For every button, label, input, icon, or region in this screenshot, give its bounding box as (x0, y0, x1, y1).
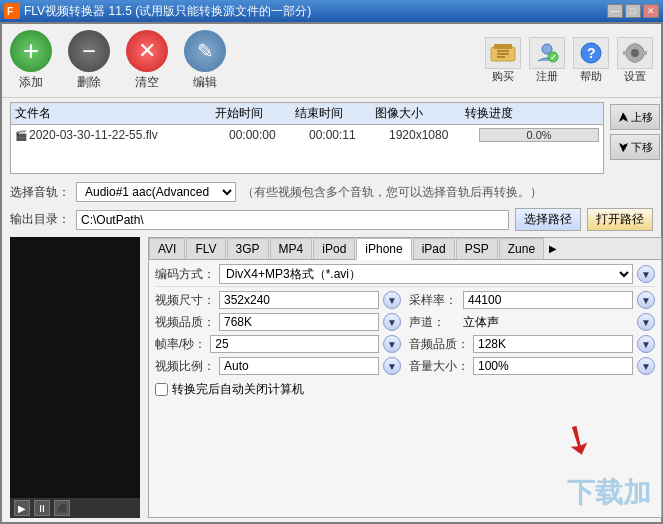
video-size-icon[interactable]: ▼ (383, 291, 401, 309)
sample-rate-row: 采样率： ▼ (409, 291, 655, 309)
file-progress: 0.0% (479, 128, 599, 142)
audio-quality-label: 音频品质： (409, 336, 469, 353)
settings-panel: AVIFLV3GPMP4iPodiPhoneiPadPSPZune▶ 编码方式：… (148, 237, 662, 518)
audio-channel-icon[interactable]: ▼ (637, 313, 655, 331)
tab-scroll-right-icon[interactable]: ▶ (545, 241, 561, 256)
add-button[interactable]: + 添加 (10, 30, 52, 91)
svg-point-13 (631, 49, 639, 57)
video-quality-label: 视频品质： (155, 314, 215, 331)
svg-rect-16 (623, 51, 627, 55)
volume-input[interactable] (473, 357, 633, 375)
output-label: 输出目录： (10, 211, 70, 228)
edit-icon: ✎ (184, 30, 226, 72)
sample-rate-input[interactable] (463, 291, 633, 309)
title-bar: F FLV视频转换器 11.5 (试用版只能转换源文件的一部分) — □ ✕ (0, 0, 663, 22)
format-tab-avi[interactable]: AVI (149, 238, 185, 259)
format-tab-3gp[interactable]: 3GP (227, 238, 269, 259)
volume-icon[interactable]: ▼ (637, 357, 655, 375)
open-path-button[interactable]: 打开路径 (587, 208, 653, 231)
format-tabs: AVIFLV3GPMP4iPodiPhoneiPadPSPZune▶ (149, 238, 661, 260)
video-size-label: 视频尺寸： (155, 292, 215, 309)
output-path-input[interactable] (76, 210, 509, 230)
col-progress-header: 转换进度 (465, 105, 599, 122)
auto-shutdown-checkbox[interactable] (155, 383, 168, 396)
encode-down-icon[interactable]: ▼ (637, 265, 655, 283)
format-tab-zune[interactable]: Zune (499, 238, 544, 259)
pause-button[interactable]: ⏸ (34, 500, 50, 516)
add-label: 添加 (19, 74, 43, 91)
file-list: 文件名 开始时间 结束时间 图像大小 转换进度 🎬 2020-03-30-11-… (10, 102, 604, 174)
file-icon: 🎬 (15, 130, 29, 141)
col-name-header: 文件名 (15, 105, 215, 122)
stop-button[interactable]: ⬛ (54, 500, 70, 516)
format-tab-flv[interactable]: FLV (186, 238, 225, 259)
audio-select[interactable]: Audio#1 aac(Advanced (76, 182, 236, 202)
select-path-button[interactable]: 选择路径 (515, 208, 581, 231)
col-end-header: 结束时间 (295, 105, 375, 122)
audio-hint: （有些视频包含多个音轨，您可以选择音轨后再转换。） (242, 184, 542, 201)
buy-label: 购买 (492, 69, 514, 84)
encode-row: 编码方式： DivX4+MP3格式（*.avi） ▼ (155, 264, 655, 287)
file-list-row[interactable]: 🎬 2020-03-30-11-22-55.flv 00:00:00 00:00… (11, 125, 603, 145)
format-tab-ipod[interactable]: iPod (313, 238, 355, 259)
audio-quality-input[interactable] (473, 335, 633, 353)
bottom-area: ▶ ⏸ ⬛ AVIFLV3GPMP4iPodiPhoneiPadPSPZune▶… (10, 237, 653, 518)
minimize-button[interactable]: — (607, 4, 623, 18)
window-title: FLV视频转换器 11.5 (试用版只能转换源文件的一部分) (24, 3, 607, 20)
move-down-label: 下移 (631, 140, 653, 155)
audio-label: 选择音轨： (10, 184, 70, 201)
col-start-header: 开始时间 (215, 105, 295, 122)
maximize-button[interactable]: □ (625, 4, 641, 18)
file-name: 2020-03-30-11-22-55.flv (29, 128, 229, 142)
audio-channel-label: 声道： (409, 314, 459, 331)
audio-channel-row: 声道： 立体声 ▼ (409, 313, 655, 331)
fps-input[interactable] (210, 335, 379, 353)
format-tab-psp[interactable]: PSP (456, 238, 498, 259)
file-list-rows: 🎬 2020-03-30-11-22-55.flv 00:00:00 00:00… (11, 125, 603, 173)
remove-label: 删除 (77, 74, 101, 91)
video-size-input[interactable] (219, 291, 379, 309)
auto-shutdown-label: 转换完后自动关闭计算机 (172, 381, 304, 398)
register-icon: ✓ (529, 37, 565, 69)
format-tab-ipad[interactable]: iPad (413, 238, 455, 259)
main-toolbar: + 添加 − 删除 ✕ 清空 ✎ 编辑 (2, 24, 661, 98)
video-quality-icon[interactable]: ▼ (383, 313, 401, 331)
fps-row: 帧率/秒： ▼ (155, 335, 401, 353)
move-up-button[interactable]: ⮝ 上移 (610, 104, 660, 130)
help-button[interactable]: ? 帮助 (573, 37, 609, 84)
aspect-input[interactable] (219, 357, 379, 375)
settings-button[interactable]: 设置 (617, 37, 653, 84)
edit-button[interactable]: ✎ 编辑 (184, 30, 226, 91)
encode-select[interactable]: DivX4+MP3格式（*.avi） (219, 264, 633, 284)
move-down-button[interactable]: ⮟ 下移 (610, 134, 660, 160)
chevron-down-icon: ⮟ (618, 141, 629, 153)
fps-icon[interactable]: ▼ (383, 335, 401, 353)
file-end: 00:00:11 (309, 128, 389, 142)
play-button[interactable]: ▶ (14, 500, 30, 516)
svg-rect-14 (633, 43, 637, 47)
buy-button[interactable]: 购买 (485, 37, 521, 84)
svg-rect-15 (633, 59, 637, 63)
format-tab-iphone[interactable]: iPhone (356, 238, 411, 260)
format-tab-mp4[interactable]: MP4 (270, 238, 313, 259)
sample-rate-icon[interactable]: ▼ (637, 291, 655, 309)
clear-button[interactable]: ✕ 清空 (126, 30, 168, 91)
window-controls: — □ ✕ (607, 4, 659, 18)
video-quality-row: 视频品质： ▼ (155, 313, 401, 331)
fps-label: 帧率/秒： (155, 336, 206, 353)
video-quality-input[interactable] (219, 313, 379, 331)
close-button[interactable]: ✕ (643, 4, 659, 18)
aspect-icon[interactable]: ▼ (383, 357, 401, 375)
audio-quality-icon[interactable]: ▼ (637, 335, 655, 353)
volume-label: 音量大小： (409, 358, 469, 375)
col-size-header: 图像大小 (375, 105, 465, 122)
clear-label: 清空 (135, 74, 159, 91)
svg-text:F: F (7, 6, 13, 17)
register-button[interactable]: ✓ 注册 (529, 37, 565, 84)
remove-icon: − (68, 30, 110, 72)
encode-label: 编码方式： (155, 266, 215, 283)
remove-button[interactable]: − 删除 (68, 30, 110, 91)
audio-track-row: 选择音轨： Audio#1 aac(Advanced （有些视频包含多个音轨，您… (10, 182, 653, 202)
file-start: 00:00:00 (229, 128, 309, 142)
svg-text:?: ? (587, 45, 596, 61)
